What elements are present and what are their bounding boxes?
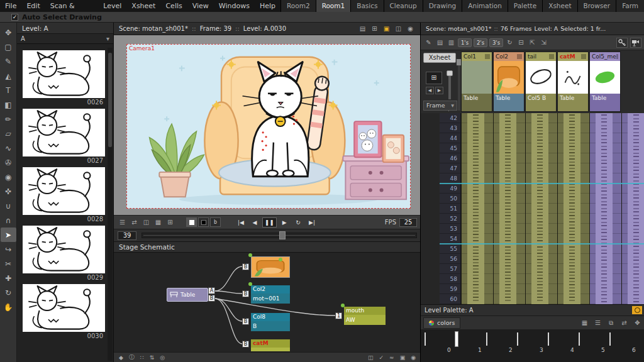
- frame-number[interactable]: 42: [440, 113, 460, 123]
- column-thumbnail-node[interactable]: [251, 256, 290, 278]
- frame-number[interactable]: 57: [440, 264, 460, 274]
- col8-node[interactable]: Col8 B: [251, 313, 290, 331]
- column-header-catm[interactable]: catM Table: [557, 52, 589, 112]
- paint-brush-tool[interactable]: ✏: [1, 112, 16, 126]
- node-port[interactable]: B: [242, 263, 249, 270]
- column-config-icon[interactable]: [616, 54, 618, 59]
- frame-number[interactable]: 59: [440, 284, 460, 294]
- drawing-thumbnail[interactable]: 0029: [23, 226, 105, 282]
- frame-number[interactable]: 44: [440, 133, 460, 143]
- drawing-thumbnail[interactable]: 0028: [23, 167, 105, 223]
- color-swatch[interactable]: 0: [425, 333, 453, 358]
- style-picker-tool[interactable]: ✇: [1, 155, 16, 170]
- swap-colors-icon[interactable]: ⇄: [619, 319, 629, 327]
- room-tab-room1[interactable]: Room1: [316, 0, 351, 12]
- room-tab-basics[interactable]: Basics: [350, 0, 383, 12]
- node-port[interactable]: B: [242, 290, 249, 297]
- cell-column-tail[interactable]: [525, 113, 557, 304]
- column-thumbnail[interactable]: [494, 61, 524, 94]
- column-config-icon[interactable]: [581, 54, 586, 59]
- frame-number[interactable]: 46: [440, 153, 460, 163]
- pump-tool[interactable]: ∩: [1, 213, 16, 228]
- frame-number-column[interactable]: 42 43 44 45 46 47 48 49 50 51 52 53 54 5…: [440, 113, 461, 304]
- menu-cells[interactable]: Cells: [160, 0, 187, 12]
- hand-tool[interactable]: ✋: [1, 300, 16, 314]
- color-swatch[interactable]: 6: [609, 333, 638, 358]
- col2-node[interactable]: Col2 mot~001: [251, 285, 290, 304]
- first-frame-button[interactable]: |◀: [235, 217, 247, 228]
- cell-column-catm[interactable]: [557, 113, 589, 304]
- frame-number[interactable]: 52: [440, 214, 460, 224]
- new-vector-level-icon[interactable]: ✎: [424, 38, 433, 47]
- type-tool[interactable]: T: [1, 83, 16, 97]
- swap-icon[interactable]: ⇅: [150, 354, 155, 361]
- drawing-thumbnail[interactable]: 0030: [23, 284, 105, 340]
- menu-windows[interactable]: Windows: [214, 0, 255, 12]
- pointer-tool[interactable]: ➤: [1, 228, 16, 242]
- check-icon[interactable]: ✓: [379, 354, 384, 361]
- color-swatch[interactable]: 3: [517, 333, 545, 358]
- drawing-thumbnail[interactable]: 0027: [23, 109, 105, 165]
- column-thumbnail[interactable]: [526, 61, 556, 94]
- list-view-icon[interactable]: ☰: [593, 319, 602, 327]
- frame-slider-handle[interactable]: [279, 231, 286, 239]
- 3d-view-button[interactable]: [198, 217, 209, 227]
- prev-column-button[interactable]: ◀: [426, 87, 434, 94]
- bender-tool[interactable]: ↪: [1, 242, 16, 256]
- level-strip-scrollbar[interactable]: [108, 48, 113, 361]
- add-column-button[interactable]: ⊞: [426, 72, 442, 84]
- column-config-icon[interactable]: [485, 54, 490, 59]
- locator-icon[interactable]: ⊞: [165, 218, 175, 227]
- drawing-image[interactable]: [23, 50, 105, 98]
- copy-page-icon[interactable]: ⧉: [606, 319, 616, 327]
- standard-view-button[interactable]: [186, 217, 197, 227]
- close-subxsheet-icon[interactable]: ⇲: [539, 38, 548, 47]
- camera-toggle-icon[interactable]: ◉: [411, 354, 416, 361]
- blank-frames-button[interactable]: b: [210, 217, 221, 227]
- frame-number[interactable]: 56: [440, 254, 460, 264]
- animate-tool[interactable]: ✥: [1, 25, 16, 40]
- stage-schematic[interactable]: Table A B B B B B 1 Col2 mot~001 Col8 B …: [114, 253, 421, 352]
- auto-select-checkbox[interactable]: [11, 14, 18, 21]
- color-swatch[interactable]: 1: [455, 333, 484, 358]
- volume-slider[interactable]: [448, 70, 451, 99]
- xsheet-button[interactable]: Xsheet: [423, 53, 456, 63]
- column-thumbnail[interactable]: [590, 61, 620, 94]
- next-column-button[interactable]: ▶: [435, 87, 443, 94]
- fill-tool[interactable]: ◧: [1, 97, 16, 112]
- color-swatch[interactable]: 5: [579, 333, 607, 358]
- preview-icon[interactable]: ◉: [406, 25, 415, 33]
- node-port[interactable]: B: [242, 318, 249, 325]
- room-tab-cleanup[interactable]: Cleanup: [384, 0, 423, 12]
- camera-canvas[interactable]: [126, 44, 411, 209]
- flip-horizontal-icon[interactable]: ⇄: [130, 218, 139, 227]
- catm-node[interactable]: catM: [251, 339, 290, 351]
- drawing-image[interactable]: [23, 284, 105, 332]
- color-swatch[interactable]: 2: [486, 333, 514, 358]
- menu-edit[interactable]: Edit: [21, 0, 45, 12]
- table-port-b[interactable]: B: [208, 295, 215, 302]
- palette-options-icon[interactable]: ✥: [633, 319, 642, 327]
- viewer-viewport[interactable]: Camera1: [114, 35, 421, 215]
- room-tab-xsheet[interactable]: Xsheet: [542, 0, 577, 12]
- drawing-thumbnail[interactable]: 0026: [23, 50, 105, 106]
- frame-number[interactable]: 43: [440, 123, 460, 133]
- step-3-button[interactable]: 3's: [489, 38, 503, 47]
- target-icon[interactable]: ◎: [160, 354, 165, 361]
- mouth-node[interactable]: mouth AW: [344, 307, 386, 325]
- current-frame-input[interactable]: [118, 231, 136, 240]
- selection-tool[interactable]: ▢: [1, 40, 16, 54]
- node-port[interactable]: 1: [335, 312, 342, 319]
- frame-number[interactable]: 54: [440, 234, 460, 244]
- column-thumbnail[interactable]: [462, 61, 492, 94]
- rotate-tool[interactable]: ↻: [1, 285, 16, 300]
- grid-dots-icon[interactable]: ∷: [140, 354, 144, 361]
- frame-number[interactable]: 51: [440, 204, 460, 214]
- room-tab-drawing[interactable]: Drawing: [423, 0, 462, 12]
- frame-number[interactable]: 49: [440, 184, 460, 194]
- grid-view-icon[interactable]: ▦: [580, 319, 589, 327]
- room-tab-farm[interactable]: Farm: [616, 0, 644, 12]
- frame-number[interactable]: 47: [440, 163, 460, 173]
- volume-knob[interactable]: [447, 70, 453, 76]
- drawing-image[interactable]: [23, 109, 105, 156]
